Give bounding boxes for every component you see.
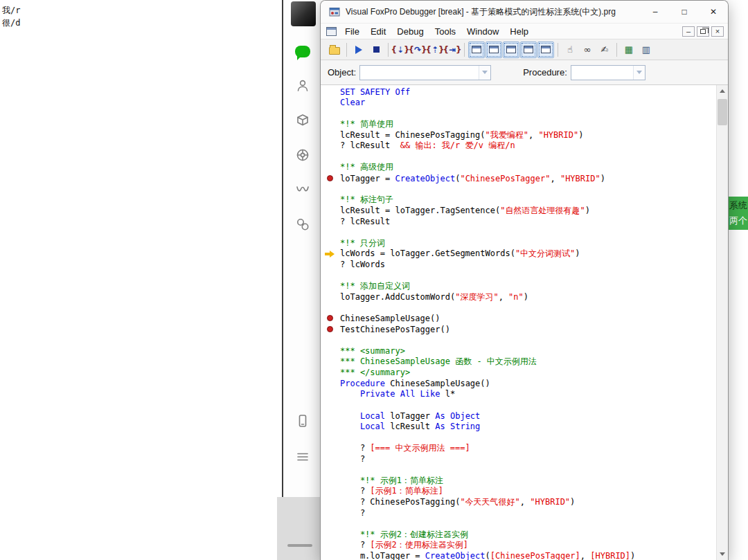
procedure-combobox[interactable] (571, 65, 645, 80)
procedure-dropdown-icon[interactable] (633, 66, 645, 80)
gutter (321, 345, 340, 356)
gutter (321, 507, 340, 518)
step-over-button[interactable]: ↷ (409, 42, 426, 58)
gutter (321, 237, 340, 249)
code-line (321, 183, 716, 195)
object-dropdown-icon[interactable] (479, 66, 490, 80)
background-tagged-output-text: 我/r 很/d (2, 4, 20, 29)
open-button[interactable] (326, 42, 343, 58)
user-avatar[interactable] (291, 1, 316, 26)
resume-button[interactable] (350, 42, 367, 58)
event-tracking-button[interactable]: ▥ (638, 42, 654, 58)
gutter (321, 206, 340, 217)
toggle-breakpoint-icon: ☝ (567, 45, 573, 54)
current-line-marker[interactable] (321, 249, 340, 260)
trace-code-area[interactable]: SET SAFETY OffClear*!* 简单使用lcResult = Ch… (321, 85, 728, 560)
favorites-icon[interactable] (283, 112, 322, 129)
code-text: Local loTagger As Object (340, 411, 480, 421)
code-text: *!* 高级使用 (340, 161, 393, 173)
code-line: m.loTagger = CreateObject([ChinesePosTag… (321, 551, 716, 560)
contacts-icon[interactable] (283, 78, 322, 94)
minimize-button[interactable]: – (641, 1, 670, 23)
code-line (321, 108, 716, 119)
gutter (321, 119, 340, 130)
step-out-button[interactable]: ⇡ (427, 42, 443, 58)
breakpoint-marker[interactable] (321, 313, 340, 324)
trace-window-button[interactable] (468, 42, 485, 58)
title-bar[interactable]: Visual FoxPro Debugger [break] - 基于策略模式的… (321, 1, 728, 23)
menu-tools[interactable]: Tools (429, 26, 461, 37)
code-line: Local lcResult As String (321, 421, 716, 432)
maximize-button[interactable]: □ (670, 1, 699, 23)
code-text: loTagger.AddCustomWord("深度学习", "n") (340, 291, 528, 303)
procedure-label: Procedure: (523, 67, 567, 78)
channels-icon[interactable] (283, 181, 322, 198)
menu-debug[interactable]: Debug (391, 26, 429, 37)
gutter (321, 195, 340, 206)
gutter (321, 216, 340, 227)
scrollbar-thumb[interactable] (718, 99, 727, 125)
clear-debug-output-button[interactable]: ✍ (596, 42, 613, 58)
code-line: *** ChineseSampleUsage 函数 - 中文示例用法 (321, 356, 716, 368)
moments-icon[interactable] (283, 147, 322, 163)
trace-window-icon[interactable] (326, 27, 337, 36)
code-line: Local loTagger As Object (321, 410, 716, 422)
code-line: *!* 只分词 (321, 237, 716, 249)
code-line (321, 518, 716, 530)
mdi-minimize-button[interactable]: – (682, 26, 695, 37)
toggle-breakpoint-button[interactable]: ☝ (562, 42, 578, 58)
mini-programs-icon[interactable] (283, 216, 322, 233)
toolbar-separator (464, 43, 465, 57)
watch-window-button[interactable] (486, 42, 502, 58)
scroll-up-button[interactable] (717, 85, 728, 97)
scroll-down-button[interactable] (717, 548, 728, 560)
code-text: lcResult = ChinesePosTagging("我爱编程", "HY… (340, 129, 583, 141)
code-text: ? lcWords (340, 260, 385, 269)
menu-help[interactable]: Help (504, 26, 534, 37)
code-text: ? (340, 454, 365, 464)
step-into-button[interactable]: ⇣ (392, 42, 409, 58)
code-line: TestChinesePosTagger() (321, 324, 716, 335)
breakpoint-marker[interactable] (321, 173, 340, 184)
coverage-logging-button[interactable]: ▦ (621, 42, 637, 58)
locals-window-button[interactable] (503, 42, 519, 58)
code-line: lcResult = ChinesePosTagging("我爱编程", "HY… (321, 129, 716, 141)
menu-file[interactable]: File (339, 26, 365, 37)
code-line: *!* 简单使用 (321, 119, 716, 130)
cancel-button[interactable] (368, 42, 384, 58)
mobile-icon (295, 413, 310, 428)
code-body: SET SAFETY OffClear*!* 简单使用lcResult = Ch… (321, 87, 716, 560)
callstack-window-icon (541, 46, 551, 53)
menu-window[interactable]: Window (461, 26, 504, 37)
more-menu-icon[interactable] (283, 449, 322, 465)
breakpoint-marker[interactable] (321, 324, 340, 335)
aperture-icon (295, 147, 310, 163)
gutter (321, 335, 340, 346)
menu-edit[interactable]: Edit (365, 26, 391, 37)
coverage-logging-icon: ▦ (625, 45, 633, 54)
chats-icon[interactable] (283, 43, 322, 60)
phone-icon[interactable] (283, 413, 322, 429)
gutter (321, 108, 340, 119)
hamburger-icon (295, 449, 310, 464)
mdi-close-button[interactable]: × (711, 26, 724, 37)
sidebar-footer (277, 497, 322, 560)
object-combobox[interactable] (359, 65, 491, 80)
step-into-icon: ⇣ (391, 45, 409, 55)
code-text: Private All Like l* (340, 389, 455, 399)
output-window-button[interactable] (520, 42, 537, 58)
code-line: lcResult = loTagger.TagSentence("自然语言处理很… (321, 206, 716, 217)
vertical-scrollbar[interactable] (716, 85, 728, 560)
close-button[interactable]: ✕ (699, 1, 728, 23)
run-to-cursor-button[interactable]: ⇥ (444, 42, 461, 58)
gutter (321, 129, 340, 141)
code-text: SET SAFETY Off (340, 87, 410, 97)
callstack-window-button[interactable] (537, 42, 554, 58)
scroll-down-icon (720, 552, 725, 556)
resize-handle[interactable] (287, 544, 312, 547)
code-line: ChineseSampleUsage() (321, 313, 716, 324)
watch-expression-button[interactable]: ∞ (579, 42, 596, 58)
gutter (321, 141, 340, 152)
mdi-restore-button[interactable] (697, 26, 709, 37)
gutter (321, 399, 340, 410)
